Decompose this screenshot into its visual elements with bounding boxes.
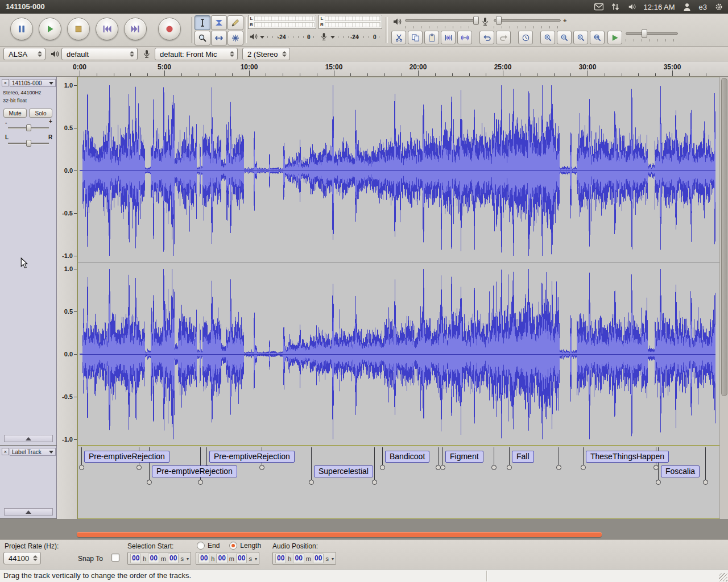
radio-circle[interactable]: [197, 542, 205, 550]
resize-grip[interactable]: [719, 573, 727, 581]
label-stem[interactable]: [583, 447, 584, 465]
label-pill[interactable]: Foscalia: [661, 465, 700, 477]
slider-thumb[interactable]: [26, 124, 31, 131]
snap-to-checkbox[interactable]: [111, 554, 119, 562]
forward-button[interactable]: [124, 18, 147, 40]
selection-length-time[interactable]: 00h00m00s▾: [196, 552, 259, 565]
label-handle[interactable]: [309, 480, 314, 485]
vertical-scrollbar[interactable]: [719, 77, 728, 519]
microphone-icon[interactable]: [320, 32, 328, 41]
cut-button[interactable]: [391, 31, 406, 44]
label-handle[interactable]: [380, 465, 385, 470]
mute-button[interactable]: Mute: [3, 109, 27, 118]
horizontal-scrollbar-thumb[interactable]: [77, 532, 602, 537]
zoom-out-button[interactable]: [557, 31, 572, 44]
label-stem[interactable]: [559, 447, 559, 465]
label-track-close-button[interactable]: ×: [2, 448, 9, 455]
label-handle[interactable]: [581, 465, 586, 470]
username[interactable]: e3: [699, 3, 707, 11]
label-handle[interactable]: [703, 480, 708, 485]
playback-speed-slider[interactable]: [626, 28, 678, 42]
label-stem[interactable]: [382, 447, 383, 465]
audio-host-select[interactable]: ALSA: [3, 48, 46, 60]
playback-meter[interactable]: L R -24 0: [248, 15, 316, 43]
label-pill[interactable]: Fall: [512, 451, 534, 463]
chevron-down-icon[interactable]: [260, 36, 264, 39]
pan-slider[interactable]: [8, 139, 49, 147]
slider-thumb[interactable]: [473, 16, 479, 25]
multi-tool-button[interactable]: [228, 31, 243, 45]
fit-selection-button[interactable]: [573, 31, 588, 44]
recording-meter[interactable]: L R -24 0: [318, 15, 382, 43]
label-pill[interactable]: Pre-emptiveRejection: [152, 465, 237, 477]
label-handle[interactable]: [259, 465, 264, 470]
volume-icon[interactable]: [627, 3, 636, 11]
label-stem[interactable]: [494, 447, 494, 465]
label-pill[interactable]: TheseThingsHappen: [586, 451, 669, 463]
label-track-collapse-button[interactable]: [4, 508, 53, 516]
gear-icon[interactable]: [714, 3, 723, 11]
draw-tool-button[interactable]: [228, 15, 243, 30]
label-stem[interactable]: [81, 447, 82, 465]
toolbar-grip[interactable]: [191, 17, 193, 43]
track-close-button[interactable]: ×: [2, 79, 9, 86]
slider-thumb[interactable]: [496, 16, 502, 25]
rewind-button[interactable]: [96, 18, 118, 40]
radio-end[interactable]: End: [197, 542, 220, 550]
speaker-icon[interactable]: [249, 32, 258, 41]
label-handle[interactable]: [491, 465, 497, 470]
slider-thumb[interactable]: [642, 29, 647, 38]
time-digits[interactable]: 00: [148, 554, 159, 563]
toolbar-grip[interactable]: [386, 17, 388, 43]
track-menu[interactable]: 141105-000: [10, 79, 56, 87]
waveform-area[interactable]: [77, 77, 720, 446]
project-rate-select[interactable]: 44100: [3, 552, 41, 564]
label-pill[interactable]: Pre-emptiveRejection: [84, 451, 169, 463]
chevron-down-icon[interactable]: ▾: [332, 556, 334, 562]
zoom-tool-button[interactable]: [195, 31, 210, 45]
label-area[interactable]: Pre-emptiveRejectionPre-emptiveRejection…: [77, 446, 720, 519]
time-digits[interactable]: 00: [293, 554, 304, 563]
label-stem[interactable]: [206, 447, 207, 465]
time-digits[interactable]: 00: [198, 554, 209, 563]
vertical-scrollbar-thumb[interactable]: [721, 78, 727, 396]
toolbar-grip[interactable]: [245, 17, 247, 43]
audio-position-time[interactable]: 00h00m00s▾: [272, 552, 336, 565]
slider-track[interactable]: [405, 19, 477, 22]
paste-button[interactable]: [424, 31, 439, 44]
output-volume-slider[interactable]: [405, 15, 477, 29]
radio-circle[interactable]: [229, 542, 237, 550]
label-pill[interactable]: Figment: [445, 451, 483, 463]
zoom-in-button[interactable]: [540, 31, 555, 44]
gain-slider[interactable]: [8, 124, 49, 132]
label-pill[interactable]: Bandicoot: [385, 451, 429, 463]
undo-button[interactable]: [479, 31, 494, 44]
label-handle[interactable]: [507, 465, 512, 470]
copy-button[interactable]: [408, 31, 423, 44]
network-icon[interactable]: [611, 3, 620, 11]
trim-button[interactable]: [441, 31, 456, 44]
solo-button[interactable]: Solo: [29, 109, 52, 118]
timeshift-tool-button[interactable]: [211, 31, 227, 45]
envelope-tool-button[interactable]: [211, 15, 227, 30]
silence-button[interactable]: [457, 31, 472, 44]
slider-track[interactable]: [626, 32, 678, 35]
label-pill[interactable]: Pre-emptiveRejection: [209, 451, 295, 463]
horizontal-scrollbar[interactable]: [0, 519, 728, 539]
label-handle[interactable]: [440, 465, 445, 470]
label-stem[interactable]: [442, 447, 443, 465]
radio-length[interactable]: Length: [229, 542, 261, 550]
time-digits[interactable]: 00: [216, 554, 227, 563]
label-handle[interactable]: [147, 480, 152, 485]
clock[interactable]: 12:16 AM: [644, 3, 675, 11]
input-device-select[interactable]: default: Front Mic: [155, 48, 238, 60]
label-stem[interactable]: [705, 447, 706, 480]
slider-track[interactable]: [494, 19, 561, 22]
selection-start-time[interactable]: 00h00m00s▾: [127, 552, 191, 565]
label-track-menu[interactable]: Label Track: [10, 448, 56, 456]
time-digits[interactable]: 00: [236, 554, 247, 563]
mail-icon[interactable]: [594, 3, 603, 11]
label-handle[interactable]: [79, 465, 84, 470]
time-digits[interactable]: 00: [130, 554, 141, 563]
redo-button[interactable]: [496, 31, 511, 44]
